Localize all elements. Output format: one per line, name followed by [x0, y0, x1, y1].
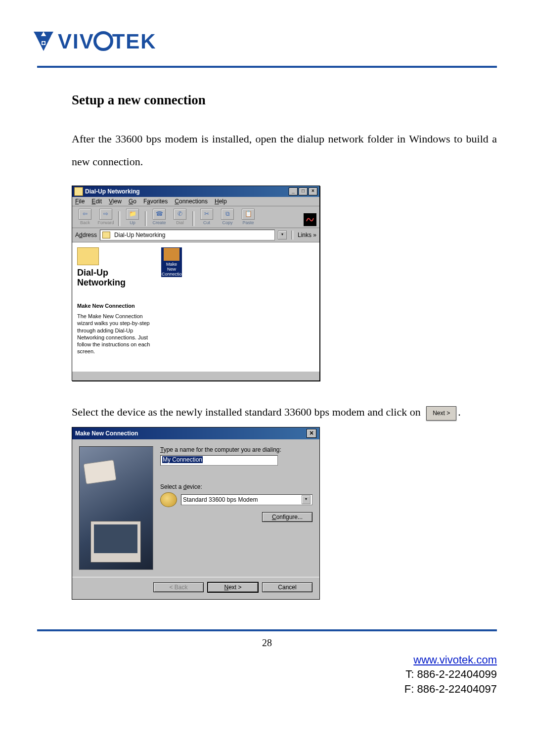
titlebar[interactable]: Dial-Up Networking _ □ ×: [72, 186, 319, 197]
menu-file[interactable]: File: [75, 198, 85, 205]
device-select[interactable]: Standard 33600 bps Modem ▾: [181, 494, 312, 505]
monitor-icon: [90, 521, 141, 563]
name-label: Type a name for the computer you are dia…: [160, 446, 312, 453]
create-icon: ☎: [153, 209, 166, 220]
up-icon: 📁: [126, 209, 139, 220]
menu-favorites[interactable]: Favorites: [143, 198, 168, 205]
panel-title: Dial-Up Networking: [77, 268, 151, 288]
footer-contact: www.vivotek.com T: 886-2-22404099 F: 886…: [37, 653, 497, 697]
toolbar-up[interactable]: 📁Up: [123, 208, 142, 226]
wizard-title-text: Make New Connection: [75, 430, 138, 437]
wizard-footer: < Back Next > Cancel: [72, 577, 319, 599]
menu-go[interactable]: Go: [129, 198, 136, 205]
footer-fax: F: 886-2-22404097: [404, 683, 497, 695]
address-field[interactable]: Dial-Up Networking: [100, 230, 275, 240]
brand-logo: VIVTEK: [32, 30, 497, 53]
address-label: Address: [75, 232, 97, 238]
dial-icon: ✆: [174, 209, 186, 220]
footer-rule: [37, 629, 497, 631]
close-button[interactable]: ×: [309, 188, 317, 195]
address-icon: [102, 232, 110, 238]
info-panel: Dial-Up Networking Make New Connection T…: [72, 242, 156, 371]
toolbar: ⇦Back ⇨Forward 📁Up ☎Create ✆Dial ✂Cut ⧉C…: [72, 206, 319, 228]
wizard-close-button[interactable]: ×: [307, 429, 316, 438]
addressbar: Address Dial-Up Networking ▾ Links »: [72, 228, 319, 242]
links-label[interactable]: Links »: [298, 232, 316, 238]
section-heading: Setup a new connection: [72, 93, 497, 108]
dialup-networking-window: Dial-Up Networking _ □ × File Edit View …: [72, 186, 320, 381]
phone-icon: [83, 459, 116, 484]
window-icon: [74, 187, 83, 196]
paragraph-2: Select the device as the newly installed…: [72, 401, 497, 424]
back-icon: ⇦: [79, 209, 91, 220]
svg-point-4: [43, 42, 45, 45]
wizard-illustration: [79, 446, 153, 570]
modem-icon: [160, 492, 177, 507]
make-new-connection-window: Make New Connection × Type a name for th…: [72, 427, 320, 600]
toolbar-create[interactable]: ☎Create: [149, 208, 169, 226]
address-dropdown[interactable]: ▾: [278, 231, 287, 239]
footer-tel: T: 886-2-22404099: [405, 668, 497, 680]
toolbar-dial[interactable]: ✆Dial: [170, 208, 190, 226]
window-title: Dial-Up Networking: [85, 188, 289, 195]
page-number: 28: [37, 637, 497, 649]
wizard-titlebar[interactable]: Make New Connection ×: [72, 427, 319, 439]
toolbar-paste[interactable]: 📋Paste: [238, 208, 258, 226]
cut-icon: ✂: [200, 209, 213, 220]
statusbar: [72, 371, 319, 380]
address-value: Dial-Up Networking: [114, 232, 165, 238]
forward-icon: ⇨: [99, 209, 112, 220]
maximize-button[interactable]: □: [299, 188, 308, 195]
selected-item-name: Make New Connection: [77, 303, 151, 309]
toolbar-copy[interactable]: ⧉Copy: [218, 208, 237, 226]
toolbar-forward[interactable]: ⇨Forward: [96, 208, 116, 226]
menu-edit[interactable]: Edit: [91, 198, 102, 205]
toolbar-back[interactable]: ⇦Back: [75, 208, 95, 226]
copy-icon: ⧉: [221, 209, 234, 220]
paragraph-1: After the 33600 bps modem is installed, …: [72, 128, 497, 173]
inline-next-button: Next >: [426, 406, 456, 421]
menu-help[interactable]: Help: [215, 198, 227, 205]
cancel-button[interactable]: Cancel: [262, 582, 312, 592]
chevron-down-icon[interactable]: ▾: [302, 495, 311, 504]
make-new-connection-item[interactable]: Make New Connection: [161, 247, 182, 277]
minimize-button[interactable]: _: [289, 188, 298, 195]
device-label: Select a device:: [160, 483, 312, 490]
next-button[interactable]: Next >: [208, 582, 258, 592]
menu-connections[interactable]: Connections: [175, 198, 208, 205]
connection-name-input[interactable]: My Connection: [160, 455, 278, 466]
toolbar-cut[interactable]: ✂Cut: [197, 208, 217, 226]
logo-mark-icon: [32, 30, 55, 53]
folder-icon: [77, 247, 99, 265]
back-button: < Back: [153, 582, 204, 592]
header-rule: [37, 66, 497, 68]
paste-icon: 📋: [242, 209, 255, 220]
items-pane[interactable]: Make New Connection: [156, 242, 319, 371]
menu-view[interactable]: View: [109, 198, 122, 205]
footer-url[interactable]: www.vivotek.com: [413, 654, 497, 666]
connection-icon: [164, 248, 179, 261]
logo-text: VIVTEK: [58, 30, 157, 53]
configure-button[interactable]: Configure...: [262, 512, 312, 522]
throbber-icon: [304, 213, 316, 226]
selected-item-desc: The Make New Connection wizard walks you…: [77, 313, 151, 355]
menubar: File Edit View Go Favorites Connections …: [72, 197, 319, 206]
